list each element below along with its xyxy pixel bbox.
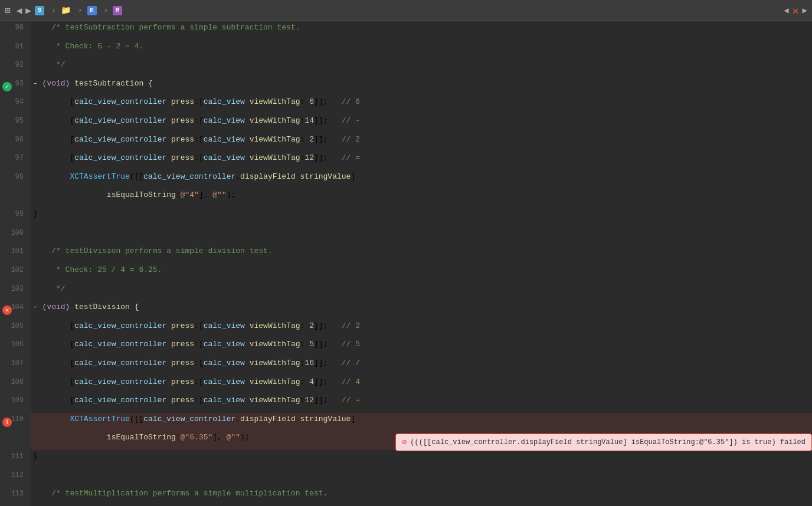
line-code[interactable]: /* testSubtraction performs a simple sub… <box>31 21 812 40</box>
line-code[interactable]: } <box>31 208 812 226</box>
nav-sep-3: › <box>104 6 109 15</box>
line-code[interactable]: [calc_view_controller press:[calc_view v… <box>31 394 812 413</box>
line-number: 112 <box>0 469 31 488</box>
line-code[interactable]: * Check: 25 / 4 = 6.25. <box>31 264 812 282</box>
line-number: 108 <box>0 376 31 395</box>
line-code[interactable]: [calc_view_controller press:[calc_view v… <box>31 152 812 170</box>
line-row: 102 * Check: 25 / 4 = 6.25. <box>0 264 812 282</box>
line-row: 106 [calc_view_controller press:[calc_vi… <box>0 338 812 357</box>
nav-close-button[interactable]: ✕ <box>793 4 799 17</box>
line-row: 108 [calc_view_controller press:[calc_vi… <box>0 376 812 395</box>
line-code[interactable]: - (void) testDivision { <box>31 301 812 320</box>
line-number: 107 <box>0 357 31 376</box>
line-number: 103 <box>0 282 31 301</box>
line-row: ✕104- (void) testDivision { <box>0 301 812 320</box>
nav-sep-1: › <box>51 6 56 15</box>
nav-item-maccalc[interactable]: S <box>35 6 47 15</box>
navigation-bar: ⊞ ◀ ▶ S › 📁 › m › M ◀ ✕ ▶ <box>0 0 812 21</box>
code-editor: 90 /* testSubtraction performs a simple … <box>0 21 812 506</box>
line-code[interactable]: /* testDivision performs a simple divisi… <box>31 245 812 264</box>
line-number: 94 <box>0 96 31 114</box>
line-code[interactable]: [calc_view_controller press:[calc_view v… <box>31 114 812 133</box>
line-number: 99 <box>0 208 31 226</box>
line-row: !110 XCTAssertTrue([[calc_view_controlle… <box>0 413 812 432</box>
line-code[interactable]: */ <box>31 58 812 77</box>
line-row: 113 /* testMultiplication performs a sim… <box>0 487 812 506</box>
line-number: 102 <box>0 264 31 282</box>
test-pass-indicator: ✓ <box>2 82 12 91</box>
nav-back-button[interactable]: ◀ <box>17 5 22 17</box>
line-number: 90 <box>0 21 31 40</box>
error-message: ((([[calc_view_controller.displayField s… <box>410 436 806 449</box>
line-code[interactable]: [calc_view_controller press:[calc_view v… <box>31 133 812 152</box>
line-code[interactable]: [calc_view_controller press:[calc_view v… <box>31 357 812 376</box>
line-number: 95 <box>0 114 31 133</box>
nav-prev-button[interactable]: ◀ <box>784 5 788 15</box>
line-row: 112 <box>0 469 812 488</box>
line-code[interactable]: */ <box>31 282 812 301</box>
line-code[interactable]: [calc_view_controller press:[calc_view v… <box>31 320 812 339</box>
line-row: isEqualToString:@"4"], @""); <box>0 189 812 208</box>
line-number <box>0 431 31 450</box>
error-icon: ⊘ <box>402 436 407 449</box>
nav-item-tests[interactable]: 📁 <box>61 5 73 15</box>
line-row: 94 [calc_view_controller press:[calc_vie… <box>0 96 812 114</box>
line-number: 91 <box>0 40 31 59</box>
line-number: 109 <box>0 394 31 413</box>
line-number: 96 <box>0 133 31 152</box>
line-code[interactable]: [calc_view_controller press:[calc_view v… <box>31 338 812 357</box>
line-row: 100 <box>0 226 812 245</box>
M-file-icon: M <box>113 6 122 15</box>
line-code[interactable]: /* testMultiplication performs a simple … <box>31 487 812 506</box>
line-row: 107 [calc_view_controller press:[calc_vi… <box>0 357 812 376</box>
line-code[interactable]: XCTAssertTrue([[calc_view_controller.dis… <box>31 170 812 189</box>
line-row: 97 [calc_view_controller press:[calc_vie… <box>0 152 812 170</box>
line-number: 92 <box>0 58 31 77</box>
line-row: 96 [calc_view_controller press:[calc_vie… <box>0 133 812 152</box>
nav-next-button[interactable]: ▶ <box>803 5 807 15</box>
line-code[interactable]: * Check: 6 - 2 = 4. <box>31 40 812 59</box>
test-fail-indicator: ✕ <box>2 305 12 315</box>
line-code[interactable]: isEqualToString:@"6.35"], @"");⊘((([[cal… <box>31 431 812 450</box>
line-code[interactable] <box>31 226 812 245</box>
line-number: 100 <box>0 226 31 245</box>
line-row: 90 /* testSubtraction performs a simple … <box>0 21 812 40</box>
line-number: !110 <box>0 413 31 432</box>
nav-item-calctests[interactable]: m <box>87 6 99 15</box>
nav-item-method[interactable]: M <box>113 6 125 15</box>
line-code[interactable] <box>31 469 812 488</box>
swift-file-icon: S <box>35 6 44 15</box>
line-code[interactable]: [calc_view_controller press:[calc_view v… <box>31 376 812 395</box>
test-warning-indicator: ! <box>2 418 12 427</box>
line-number: 111 <box>0 450 31 469</box>
line-number: 113 <box>0 487 31 506</box>
line-code[interactable]: - (void) testSubtraction { <box>31 77 812 96</box>
line-number: ✕104 <box>0 301 31 320</box>
nav-forward-button[interactable]: ▶ <box>25 5 31 17</box>
folder-icon: 📁 <box>61 5 71 15</box>
line-row: 92 */ <box>0 58 812 77</box>
line-row: 91 * Check: 6 - 2 = 4. <box>0 40 812 59</box>
error-tooltip: ⊘((([[calc_view_controller.displayField … <box>395 433 812 451</box>
line-row: 95 [calc_view_controller press:[calc_vie… <box>0 114 812 133</box>
line-row: isEqualToString:@"6.35"], @"");⊘((([[cal… <box>0 431 812 450</box>
line-code[interactable]: } <box>31 450 812 469</box>
line-number: 97 <box>0 152 31 170</box>
line-number: 101 <box>0 245 31 264</box>
line-row: 111} <box>0 450 812 469</box>
line-row: 98 XCTAssertTrue([[calc_view_controller.… <box>0 170 812 189</box>
m-file-icon: m <box>87 6 97 15</box>
line-code[interactable]: XCTAssertTrue([[calc_view_controller.dis… <box>31 413 812 432</box>
line-row: 105 [calc_view_controller press:[calc_vi… <box>0 320 812 339</box>
line-number: ✓93 <box>0 77 31 96</box>
line-row: 101 /* testDivision performs a simple di… <box>0 245 812 264</box>
nav-sep-2: › <box>78 6 83 15</box>
line-code[interactable]: [calc_view_controller press:[calc_view v… <box>31 96 812 114</box>
line-row: 109 [calc_view_controller press:[calc_vi… <box>0 394 812 413</box>
line-row: ✓93- (void) testSubtraction { <box>0 77 812 96</box>
line-number: 98 <box>0 170 31 189</box>
line-number: 106 <box>0 338 31 357</box>
grid-icon: ⊞ <box>5 5 11 17</box>
line-code[interactable]: isEqualToString:@"4"], @""); <box>31 189 812 208</box>
line-row: 103 */ <box>0 282 812 301</box>
